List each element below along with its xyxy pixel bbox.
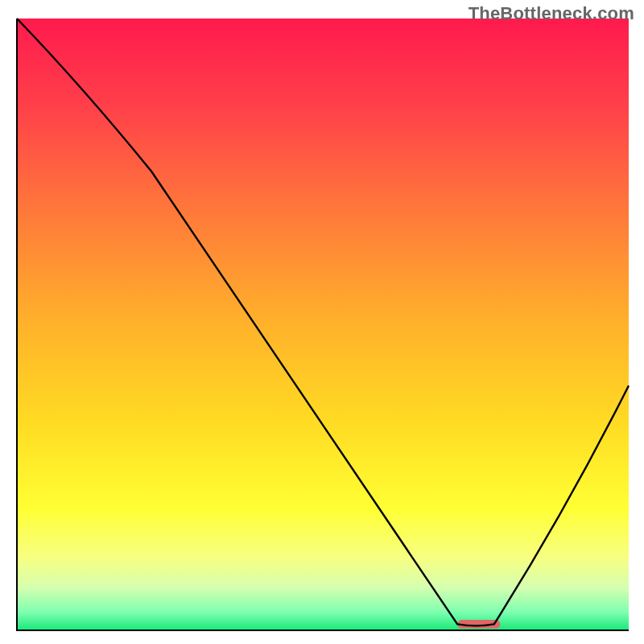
watermark-text: TheBottleneck.com	[469, 3, 634, 24]
bottleneck-chart	[0, 0, 644, 644]
plot-background	[17, 19, 629, 630]
